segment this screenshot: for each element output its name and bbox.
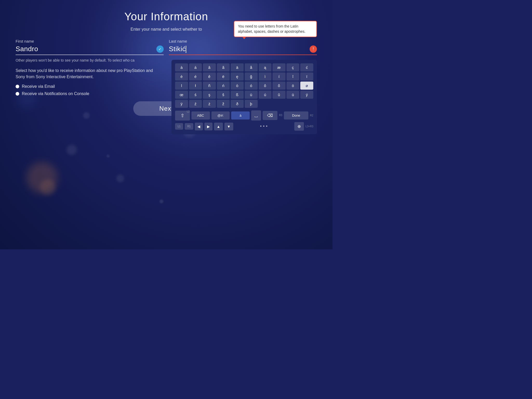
promo-text: Select how you'd like to receive informa… [16,68,161,80]
last-name-input[interactable]: Stikić ! [169,45,317,55]
accent-key[interactable]: à [231,111,250,119]
special-key-eacute[interactable]: é [189,72,202,81]
error-tooltip: You need to use letters from the Latin a… [234,21,317,37]
special-key-aogonek[interactable]: ą [259,63,272,71]
l1-key[interactable]: L1 [175,123,183,130]
special-key-nacute[interactable]: ń [217,82,230,90]
special-key-aring[interactable]: å [245,63,258,71]
email-radio-dot [16,85,19,88]
last-name-label: Last name [169,39,317,43]
special-key-ocirc[interactable]: ô [259,82,272,90]
special-key-gbreve[interactable]: ğ [245,72,258,81]
special-key-eth[interactable]: ð [231,100,244,108]
right-arrow-key[interactable]: ▶ [204,123,212,130]
special-key-yacute[interactable]: ý [300,91,313,99]
special-key-iacute[interactable]: í [272,72,285,81]
special-key-scedil[interactable]: ş [203,91,216,99]
keyboard-nav-row: L1 R1 ◀ ▶ ▲ ▼ • • • ⊕ L3+R3 [175,122,313,131]
special-key-igrave[interactable]: ì [259,72,272,81]
l2-label: L2 [187,110,190,113]
visibility-note: Other players won't be able to see your … [16,58,171,62]
first-name-input[interactable]: Sandro ✓ [16,45,164,55]
special-key-otilde[interactable]: õ [272,82,285,90]
done-key[interactable]: Done [284,111,309,119]
r1-key[interactable]: R1 [185,123,193,130]
keyboard-bottom-row: ⇧ L2 ABC @#: à ⎵ ⌫ R3 Done R2 [175,110,313,121]
special-key-yuml[interactable]: ÿ [175,100,188,108]
special-key-scaron[interactable]: š [217,91,230,99]
special-chars-grid: à á â ã ä å ą æ ç ć è é ê ë ę ğ [175,63,313,108]
error-icon: ! [310,45,317,53]
l3r3-label: L3+R3 [305,125,313,128]
form-area: First name Sandro ✓ Last name Stikić ! Y… [16,39,317,55]
at-key[interactable]: @#: [211,111,230,119]
special-key-ugrave[interactable]: ù [245,91,258,99]
special-key-oslash[interactable]: ø [300,82,313,90]
special-key-ccedil[interactable]: ç [287,63,300,71]
special-key-agrave[interactable]: à [175,63,188,71]
space-key[interactable]: ⎵ [251,110,261,121]
keyboard-dots: • • • [235,124,293,129]
special-key-zacute[interactable]: ź [189,100,202,108]
special-key-zdot[interactable]: ż [203,100,216,108]
email-option-label: Receive via Email [22,84,55,89]
backspace-key[interactable]: ⌫ [263,111,277,120]
r2-label: R2 [310,114,313,117]
text-cursor [186,46,186,53]
up-arrow-key[interactable]: ▲ [214,123,223,130]
special-key-atilde[interactable]: ã [217,63,230,71]
abc-key[interactable]: ABC [191,111,210,119]
console-option-label: Receive via Notifications on Console [22,91,89,96]
special-key-thorn[interactable]: þ [245,100,258,108]
special-key-oe[interactable]: œ [175,91,188,99]
special-key-aacute[interactable]: á [189,63,202,71]
down-arrow-key[interactable]: ▼ [224,123,233,130]
special-key-ecirc[interactable]: ê [203,72,216,81]
ps-button[interactable]: ⊕ [294,122,304,131]
special-key-auml[interactable]: ä [231,63,244,71]
special-key-uacute[interactable]: ú [259,91,272,99]
special-key-iuml[interactable]: ï [300,72,313,81]
r3-label: R3 [279,114,282,117]
special-key-sacute[interactable]: ś [189,91,202,99]
last-name-value: Stikić [169,45,310,53]
special-keyboard[interactable]: à á â ã ä å ą æ ç ć è é ê ë ę ğ [171,60,317,134]
special-key-eogonek[interactable]: ę [231,72,244,81]
special-key-uuml[interactable]: ü [287,91,300,99]
special-key-l[interactable]: l [175,82,188,90]
special-key-lstroke[interactable]: ł [189,82,202,90]
main-content: Your Information Enter your name and sel… [0,0,332,121]
special-key-oacute[interactable]: ó [245,82,258,90]
special-key-ae[interactable]: æ [272,63,285,71]
first-name-value: Sandro [16,45,156,53]
special-key-icirc[interactable]: î [287,72,300,81]
left-arrow-key[interactable]: ◀ [195,123,203,130]
first-name-label: First name [16,39,164,43]
special-key-egrave[interactable]: è [175,72,188,81]
special-key-ucirc[interactable]: û [272,91,285,99]
special-key-eszett[interactable]: ß [231,91,244,99]
console-radio-dot [16,92,19,96]
special-key-ntilde[interactable]: ñ [203,82,216,90]
last-name-group: Last name Stikić ! You need to use lette… [169,39,317,55]
special-key-cacute[interactable]: ć [300,63,313,71]
special-key-zcaron[interactable]: ž [217,100,230,108]
special-key-acirc[interactable]: â [203,63,216,71]
special-key-ouml[interactable]: ö [287,82,300,90]
valid-checkmark-icon: ✓ [156,45,164,53]
special-key-euml[interactable]: ë [217,72,230,81]
special-key-ograve[interactable]: ò [231,82,244,90]
error-message: You need to use letters from the Latin a… [238,24,305,34]
first-name-group: First name Sandro ✓ [16,39,164,55]
